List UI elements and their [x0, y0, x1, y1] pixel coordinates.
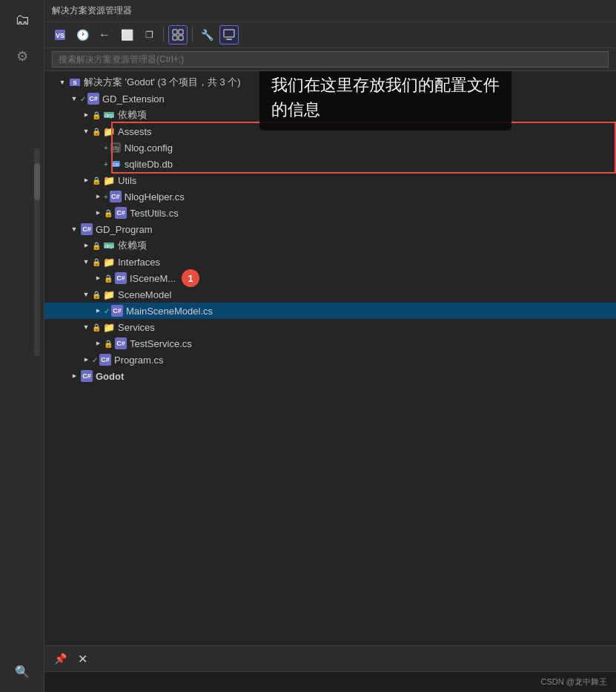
- arrow-nloghelper: ▼: [92, 191, 104, 202]
- arrow-mainscene: ▼: [92, 305, 104, 317]
- vs-icon-button[interactable]: VS: [50, 25, 70, 45]
- copy-button[interactable]: ❐: [139, 25, 159, 45]
- csharp-program-icon: C#: [99, 353, 112, 366]
- check-main: ✓: [104, 307, 110, 315]
- tree-item-utils[interactable]: ▼ 🔒 📁 Utils: [44, 172, 616, 188]
- arrow-godot: ▼: [68, 370, 80, 382]
- arrow-utils: ▼: [80, 174, 92, 186]
- close-button[interactable]: ✕: [73, 649, 92, 668]
- tree-view-button[interactable]: [168, 25, 188, 45]
- dock-button[interactable]: [219, 25, 239, 45]
- arrow-nlog: ▼: [92, 142, 104, 154]
- title-bar: 解决方案资源管理器: [44, 0, 616, 22]
- tree-item-iscene[interactable]: ▼ 🔒 C# ISceneM... 1: [44, 270, 616, 286]
- lock-scenemodel: 🔒: [92, 291, 101, 299]
- plus-nlog: +: [104, 144, 108, 152]
- tree-item-mainscenemodel[interactable]: ▼ ✓ C# MainSceneModel.cs: [44, 303, 616, 319]
- svg-text:cfg: cfg: [112, 145, 119, 151]
- sidebar-settings-icon[interactable]: ⚙: [9, 43, 36, 70]
- deps2-label: 依赖项: [118, 239, 147, 252]
- sqlite-label: sqliteDb.db: [125, 159, 173, 170]
- csharp-godot-icon: C#: [80, 369, 93, 383]
- tree-item-gd-program[interactable]: ▼ C# GD_Program: [44, 221, 616, 237]
- lock-utils: 🔒: [92, 177, 101, 185]
- check-badge-ext: ✓: [80, 95, 86, 103]
- folder-interfaces-icon: 📁: [102, 255, 116, 268]
- arrow-scenemodel: ▼: [80, 289, 92, 300]
- nlog-label: Nlog.config: [125, 142, 173, 154]
- status-bar: CSDN @龙中舞王: [44, 671, 616, 692]
- annotation-overlay: 我们在这里存放我们的配置文件的信息: [259, 71, 511, 131]
- svg-rect-3: [179, 30, 183, 34]
- tree-item-deps-2[interactable]: ▼ 🔒 dep 依赖项: [44, 237, 616, 254]
- arrow-program: ▼: [80, 354, 92, 366]
- tree-item-interfaces[interactable]: ▼ 🔒 📁 Interfaces: [44, 254, 616, 270]
- tree-area[interactable]: ▼ S 解决方案 'Godot' (3 个项目，共 3 个) ▼ ✓ C# GD…: [44, 71, 616, 645]
- left-sidebar: 🗂 ⚙ 🔍: [0, 0, 44, 692]
- sqlite-icon: DB: [109, 157, 122, 171]
- arrow-interfaces: ▼: [80, 256, 92, 268]
- tree-item-godot[interactable]: ▼ C# Godot: [44, 368, 616, 384]
- testutils-label: TestUtils.cs: [130, 208, 179, 219]
- svg-text:dep: dep: [105, 243, 113, 249]
- tree-item-sqlite[interactable]: ▼ + DB sqliteDb.db: [44, 156, 616, 172]
- svg-rect-2: [173, 30, 177, 34]
- status-label: CSDN @龙中舞王: [541, 676, 607, 688]
- bottom-toolbar: 📌 ✕: [44, 645, 616, 671]
- csharp-testutils-icon: C#: [114, 206, 127, 220]
- solution-icon: S: [68, 76, 82, 89]
- deps1-label: 依赖项: [118, 108, 147, 122]
- svg-text:S: S: [73, 79, 77, 86]
- tree-item-testservice[interactable]: ▼ 🔒 C# TestService.cs: [44, 335, 616, 352]
- arrow-solution: ▼: [56, 76, 68, 88]
- lock-assests: 🔒: [92, 128, 101, 136]
- folder-utils-icon: 📁: [102, 174, 116, 187]
- back-button[interactable]: ←: [95, 25, 114, 45]
- title-label: 解决方案资源管理器: [52, 5, 132, 16]
- arrow-testutils: ▼: [92, 207, 104, 219]
- pin-button[interactable]: 📌: [50, 649, 70, 668]
- search-input[interactable]: [52, 51, 609, 67]
- sidebar-packages-icon[interactable]: 🗂: [9, 6, 36, 33]
- tree-item-program[interactable]: ▼ ✓ C# Program.cs: [44, 352, 616, 368]
- mainscenemodel-label: MainSceneModel.cs: [126, 306, 213, 317]
- check-program: ✓: [92, 356, 98, 364]
- lock-deps1: 🔒: [92, 111, 101, 119]
- deps2-icon: dep: [102, 239, 116, 252]
- csharp-testservice-icon: C#: [114, 337, 127, 350]
- tree-item-services[interactable]: ▼ 🔒 📁 Services: [44, 319, 616, 335]
- utils-label: Utils: [118, 175, 136, 186]
- svg-rect-4: [173, 36, 177, 40]
- arrow-iscene: ▼: [92, 272, 104, 284]
- tree-item-nloghelper[interactable]: ▼ + C# NlogHelper.cs: [44, 188, 616, 205]
- split-button[interactable]: ⬜: [117, 25, 136, 45]
- csharp-nloghelper-icon: C#: [109, 190, 122, 203]
- csharp-iscene-icon: C#: [114, 271, 127, 285]
- deps1-icon: dep: [102, 108, 116, 122]
- csharp-mainscene-icon: C#: [110, 304, 124, 317]
- tree-item-scenemodel[interactable]: ▼ 🔒 📁 SceneModel: [44, 286, 616, 303]
- tree-item-nlog[interactable]: ▼ + cfg Nlog.config: [44, 139, 616, 156]
- history-button[interactable]: 🕐: [73, 25, 92, 45]
- sidebar-bottom-icon[interactable]: 🔍: [9, 658, 36, 685]
- toolbar: VS 🕐 ← ⬜ ❐ 🔧: [44, 22, 616, 48]
- arrow-gd-extension: ▼: [68, 93, 80, 105]
- services-label: Services: [118, 322, 155, 333]
- plus-sqlite: +: [104, 160, 108, 168]
- sidebar-bottom: 🔍: [9, 658, 36, 685]
- wrench-button[interactable]: 🔧: [197, 25, 216, 45]
- testservice-label: TestService.cs: [130, 338, 192, 349]
- arrow-assests: ▼: [80, 125, 92, 137]
- arrow-sqlite: ▼: [92, 158, 104, 170]
- svg-text:dep: dep: [105, 113, 113, 119]
- program-label: Program.cs: [114, 355, 163, 366]
- tree-item-testutils[interactable]: ▼ 🔒 C# TestUtils.cs: [44, 205, 616, 221]
- svg-text:VS: VS: [56, 32, 64, 39]
- annotation-text: 我们在这里存放我们的配置文件的信息: [259, 71, 511, 131]
- svg-text:DB: DB: [113, 162, 119, 167]
- lock-iscene: 🔒: [104, 274, 113, 283]
- solution-label: 解决方案 'Godot' (3 个项目，共 3 个): [84, 76, 241, 89]
- folder-scenemodel-icon: 📁: [102, 288, 116, 301]
- lock-interfaces: 🔒: [92, 258, 101, 266]
- lock-services: 🔒: [92, 323, 101, 332]
